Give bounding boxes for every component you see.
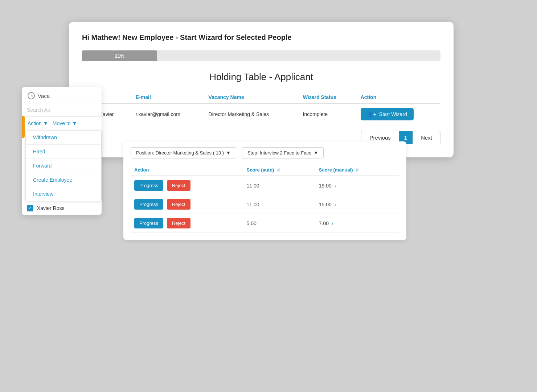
position-chevron-icon: ▼: [226, 150, 231, 156]
row-email: r.xavier@gmail.com: [131, 103, 204, 125]
col-app-action: Action: [131, 164, 243, 176]
row-score-manual-1: 19.00 ›: [315, 176, 399, 195]
row-vacancy: Director Marketing & Sales: [204, 103, 299, 125]
row-score-auto-2: 11.00: [243, 195, 315, 214]
table-row: Progress Reject 5.00 7.00 ›: [131, 214, 399, 233]
left-panel: ☉ Vaca Search Ap Action ▼ Move to ▼ With…: [22, 87, 102, 215]
arrow-icon-2[interactable]: ›: [335, 202, 336, 207]
row-score-manual-3: 7.00 ›: [315, 214, 399, 233]
arrow-icon-3[interactable]: ›: [332, 221, 333, 226]
dropdown-item-withdrawn[interactable]: Withdrawn: [26, 131, 101, 145]
step-chevron-icon: ▼: [313, 150, 318, 156]
search-ap-field[interactable]: Search Ap: [22, 103, 102, 117]
applicant-score-table: Action Score (auto) ⇵ Score (manual) ⇵ P…: [131, 164, 399, 233]
row-score-auto-3: 5.00: [243, 214, 315, 233]
col-score-auto: Score (auto) ⇵: [243, 164, 315, 176]
col-wizard-status: Wizard Status: [299, 91, 356, 103]
row-action-3: Progress Reject: [131, 214, 243, 233]
col-email: E-mail: [131, 91, 204, 103]
row-score-auto-1: 11.00: [243, 176, 315, 195]
col-score-manual: Score (manual) ⇵: [315, 164, 399, 176]
reject-button-3[interactable]: Reject: [167, 218, 190, 228]
xavier-name: Xavier Ross: [37, 205, 64, 211]
next-button[interactable]: Next: [413, 131, 440, 144]
start-wizard-button[interactable]: 👤+ Start Wizard: [361, 108, 414, 120]
row-action-1: Progress Reject: [131, 176, 243, 195]
dropdown-item-create-employee[interactable]: Create Employee: [26, 173, 101, 187]
row-action-2: Progress Reject: [131, 195, 243, 214]
action-moveto-row: Action ▼ Move to ▼: [22, 117, 102, 130]
dropdown-menu: Withdrawn Hired Forward Create Employee …: [25, 130, 102, 201]
row-action: 👤+ Start Wizard: [356, 103, 440, 125]
section-title: Holding Table - Applicant: [82, 71, 440, 83]
orange-accent-bar: [22, 116, 25, 138]
reject-button-2[interactable]: Reject: [167, 199, 190, 210]
xavier-checkbox[interactable]: ✓: [27, 205, 33, 211]
action-chevron-icon: ▼: [43, 120, 48, 126]
table-row: Progress Reject 11.00 19.00 ›: [131, 176, 399, 195]
progress-bar-container: 21%: [82, 50, 440, 61]
arrow-icon-1[interactable]: ›: [335, 183, 336, 189]
sort-manual-icon[interactable]: ⇵: [356, 168, 359, 173]
progress-button-3[interactable]: Progress: [134, 218, 163, 228]
holding-table: Name E-mail Vacancy Name Wizard Status A…: [82, 91, 440, 125]
wizard-card: Hi Mathew! New Employee - Start Wizard f…: [69, 22, 454, 157]
step-filter-dropdown[interactable]: Step: Interview 2 Face to Face ▼: [242, 147, 324, 158]
reject-button-1[interactable]: Reject: [167, 180, 190, 191]
row-score-manual-2: 15.00 ›: [315, 195, 399, 214]
progress-bar-fill: 21%: [82, 50, 157, 61]
col-action: Action: [356, 91, 440, 103]
xavier-ross-row: ✓ Xavier Ross: [22, 201, 102, 215]
vaca-icon: ☉: [28, 92, 35, 99]
vaca-header: ☉ Vaca: [22, 87, 102, 103]
moveto-dropdown-button[interactable]: Move to ▼: [50, 120, 79, 127]
sort-auto-icon[interactable]: ⇵: [277, 168, 280, 173]
progress-button-2[interactable]: Progress: [134, 199, 163, 210]
start-wizard-icon: 👤+: [367, 111, 376, 117]
dropdown-item-hired[interactable]: Hired: [26, 145, 101, 159]
dropdown-item-interview[interactable]: Interview: [26, 187, 101, 201]
applicant-panel: Position: Director Marketing & Sales ( 1…: [123, 141, 406, 240]
dropdown-item-forward[interactable]: Forward: [26, 159, 101, 173]
position-filter-dropdown[interactable]: Position: Director Marketing & Sales ( 1…: [131, 147, 236, 158]
table-row: Ross Xavier r.xavier@gmail.com Director …: [82, 103, 440, 125]
wizard-title: Hi Mathew! New Employee - Start Wizard f…: [82, 33, 440, 42]
filters-row: Position: Director Marketing & Sales ( 1…: [131, 147, 399, 158]
row-status: Incomplete: [299, 103, 356, 125]
col-vacancy: Vacancy Name: [204, 91, 299, 103]
table-row: Progress Reject 11.00 15.00 ›: [131, 195, 399, 214]
action-dropdown-button[interactable]: Action ▼: [25, 120, 50, 127]
moveto-chevron-icon: ▼: [72, 120, 77, 126]
progress-button-1[interactable]: Progress: [134, 180, 163, 191]
progress-label: 21%: [115, 53, 124, 59]
vaca-label: Vaca: [38, 93, 50, 99]
